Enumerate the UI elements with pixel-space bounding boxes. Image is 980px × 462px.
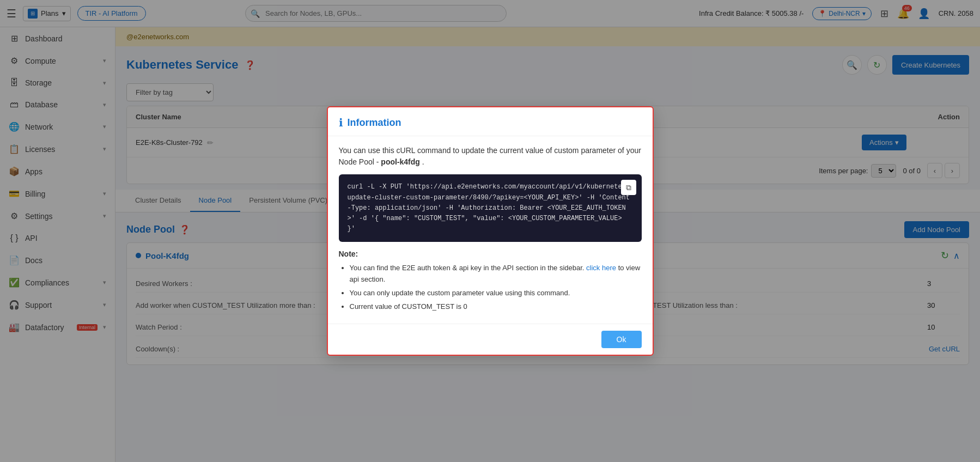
note-2-text: You can only update the custom parameter… bbox=[350, 289, 570, 297]
copy-code-button[interactable]: ⧉ bbox=[621, 180, 636, 195]
curl-code-block: curl -L -X PUT 'https://api.e2enetworks.… bbox=[339, 174, 642, 242]
modal-info-icon: ℹ bbox=[339, 116, 343, 129]
note-item-1: You can find the E2E auth token & api ke… bbox=[350, 263, 642, 285]
modal-title: Information bbox=[348, 117, 401, 129]
curl-command-text: curl -L -X PUT 'https://api.e2enetworks.… bbox=[348, 183, 630, 233]
modal-notes-list: You can find the E2E auth token & api ke… bbox=[339, 263, 642, 312]
modal-header: ℹ Information bbox=[328, 107, 653, 136]
note-3-text: Current value of CUSTOM_TEST is 0 bbox=[350, 302, 467, 311]
modal-desc-suffix: . bbox=[422, 157, 424, 166]
note-item-2: You can only update the custom parameter… bbox=[350, 288, 642, 299]
modal-description: You can use this cURL command to update … bbox=[339, 145, 642, 168]
ok-button[interactable]: Ok bbox=[601, 331, 642, 348]
note-item-3: Current value of CUSTOM_TEST is 0 bbox=[350, 301, 642, 313]
modal-body: You can use this cURL command to update … bbox=[328, 136, 653, 323]
modal-note-label: Note: bbox=[339, 250, 642, 258]
information-modal: ℹ Information You can use this cURL comm… bbox=[327, 106, 654, 355]
note-1-text: You can find the E2E auth token & api ke… bbox=[350, 264, 587, 272]
modal-overlay[interactable]: ℹ Information You can use this cURL comm… bbox=[0, 0, 980, 462]
modal-footer: Ok bbox=[328, 324, 653, 355]
note-1-link[interactable]: click here bbox=[586, 264, 616, 272]
modal-pool-name: pool-k4fdg bbox=[381, 157, 422, 166]
